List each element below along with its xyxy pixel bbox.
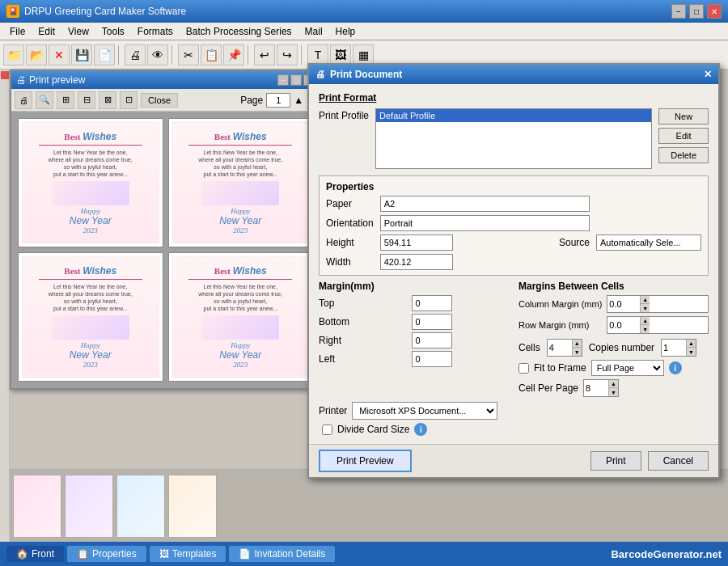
toolbar-text[interactable]: T <box>307 44 328 65</box>
bottom-input[interactable] <box>412 314 452 330</box>
height-input[interactable] <box>380 234 453 251</box>
card1-body: Let this New Year be the one,where all y… <box>49 149 133 178</box>
top-label: Top <box>319 298 407 309</box>
edit-profile-button[interactable]: Edit <box>658 128 709 144</box>
preview-grid3-btn[interactable]: ⊠ <box>99 91 116 109</box>
dialog-close-button[interactable]: ✕ <box>704 69 712 80</box>
preview-grid1-btn[interactable]: ⊞ <box>57 91 74 109</box>
toolbar-save2[interactable]: 📄 <box>94 44 115 65</box>
page-input[interactable] <box>266 93 290 108</box>
toolbar-image[interactable]: 🖼 <box>330 44 351 65</box>
cell-per-page-input[interactable] <box>584 380 608 396</box>
toolbar-preview[interactable]: 👁 <box>147 44 168 65</box>
tab-templates[interactable]: 🖼 Templates <box>150 546 226 562</box>
row-margin-up[interactable]: ▲ <box>640 317 650 325</box>
tab-invitation[interactable]: 📄 Invitation Details <box>229 546 335 562</box>
card1-footer: HappyNew Year2023 <box>70 207 112 234</box>
fit-to-frame-select[interactable]: Full Page <box>591 360 664 376</box>
col-margin-down[interactable]: ▼ <box>640 304 650 312</box>
tab-front[interactable]: 🏠 Front <box>6 546 64 562</box>
print-preview-button[interactable]: Print Preview <box>319 450 412 472</box>
menu-help[interactable]: Help <box>329 24 362 39</box>
thumb-3[interactable] <box>116 475 165 538</box>
print-dialog: 🖨 Print Document ✕ Print Format Print Pr… <box>307 63 720 479</box>
menu-file[interactable]: File <box>3 24 32 39</box>
delete-profile-button[interactable]: Delete <box>658 147 709 163</box>
thumb-2[interactable] <box>65 475 113 538</box>
restore-button[interactable]: □ <box>689 4 704 19</box>
cells-up[interactable]: ▲ <box>572 340 582 348</box>
menu-tools[interactable]: Tools <box>95 24 131 39</box>
row-margin-input[interactable] <box>607 317 640 333</box>
copies-up[interactable]: ▲ <box>686 340 696 348</box>
paper-label: Paper <box>326 198 374 209</box>
col-margin-up[interactable]: ▲ <box>640 296 650 304</box>
cell-per-page-down[interactable]: ▼ <box>608 388 618 396</box>
profile-item-default[interactable]: Default Profile <box>376 109 651 122</box>
cells-input[interactable] <box>548 340 572 356</box>
fit-info-icon[interactable]: i <box>669 361 682 374</box>
toolbar-undo[interactable]: ↩ <box>254 44 275 65</box>
top-input[interactable] <box>412 295 452 311</box>
profile-list[interactable]: Default Profile <box>375 108 652 169</box>
preview-zoom-btn[interactable]: 🔍 <box>36 91 53 109</box>
page-up-icon[interactable]: ▲ <box>294 95 303 106</box>
close-button[interactable]: ✕ <box>707 4 722 19</box>
width-input[interactable] <box>380 254 453 270</box>
tab-properties[interactable]: 📋 Properties <box>67 546 146 562</box>
properties-label: Properties <box>326 181 701 192</box>
fit-to-frame-label: Fit to Frame <box>534 362 586 374</box>
preview-restore[interactable]: □ <box>290 74 302 86</box>
minimize-button[interactable]: − <box>671 4 686 19</box>
orientation-input[interactable] <box>380 215 590 231</box>
cancel-button[interactable]: Cancel <box>648 451 709 471</box>
preview-close-button[interactable]: Close <box>141 93 178 108</box>
toolbar-redo[interactable]: ↪ <box>277 44 298 65</box>
toolbar-close-file[interactable]: ✕ <box>49 44 70 65</box>
properties-icon: 📋 <box>77 548 89 560</box>
menu-formats[interactable]: Formats <box>131 24 180 39</box>
copies-down[interactable]: ▼ <box>686 348 696 356</box>
menu-mail[interactable]: Mail <box>298 24 329 39</box>
toolbar-save[interactable]: 💾 <box>71 44 92 65</box>
preview-print-btn[interactable]: 🖨 <box>15 91 32 109</box>
toolbar-print[interactable]: 🖨 <box>125 44 146 65</box>
cells-down[interactable]: ▼ <box>572 348 582 356</box>
card-preview-1: Best Wishes Let this New Year be the one… <box>18 118 163 247</box>
height-label: Height <box>326 237 374 248</box>
menu-view[interactable]: View <box>61 24 95 39</box>
sidebar-close[interactable] <box>1 71 9 79</box>
toolbar-new[interactable]: 📁 <box>3 44 24 65</box>
preview-grid4-btn[interactable]: ⊡ <box>120 91 138 109</box>
toolbar-cut[interactable]: ✂ <box>178 44 199 65</box>
print-button[interactable]: Print <box>590 451 641 471</box>
menu-batch[interactable]: Batch Processing Series <box>180 24 298 39</box>
thumb-4[interactable] <box>168 475 217 538</box>
source-input[interactable] <box>596 234 701 251</box>
new-profile-button[interactable]: New <box>658 108 709 125</box>
right-input[interactable] <box>412 332 452 348</box>
cells-spinner: ▲ ▼ <box>547 339 582 357</box>
divide-info-icon[interactable]: i <box>414 423 427 436</box>
toolbar-barcode[interactable]: ▦ <box>353 44 374 65</box>
paper-input[interactable] <box>380 196 590 212</box>
profile-buttons: New Edit Delete <box>658 108 709 163</box>
printer-select[interactable]: Microsoft XPS Document... <box>352 402 497 420</box>
row-margin-down[interactable]: ▼ <box>640 325 650 333</box>
toolbar-copy[interactable]: 📋 <box>201 44 222 65</box>
divide-card-size-checkbox[interactable] <box>322 424 332 435</box>
fit-to-frame-checkbox[interactable] <box>518 363 529 374</box>
toolbar-open[interactable]: 📂 <box>26 44 47 65</box>
cell-per-page-up[interactable]: ▲ <box>608 380 618 388</box>
toolbar-paste[interactable]: 📌 <box>223 44 244 65</box>
preview-grid2-btn[interactable]: ⊟ <box>78 91 95 109</box>
preview-minimize[interactable]: − <box>277 74 289 86</box>
copies-input[interactable] <box>662 340 686 356</box>
menu-edit[interactable]: Edit <box>32 24 61 39</box>
copies-label: Copies number <box>589 342 654 353</box>
title-bar: 🎴 DRPU Greeting Card Maker Software − □ … <box>0 0 728 23</box>
card2-title: Best Wishes <box>214 131 267 142</box>
col-margin-input[interactable] <box>607 296 640 312</box>
thumb-1[interactable] <box>13 475 61 538</box>
left-input[interactable] <box>412 351 452 367</box>
